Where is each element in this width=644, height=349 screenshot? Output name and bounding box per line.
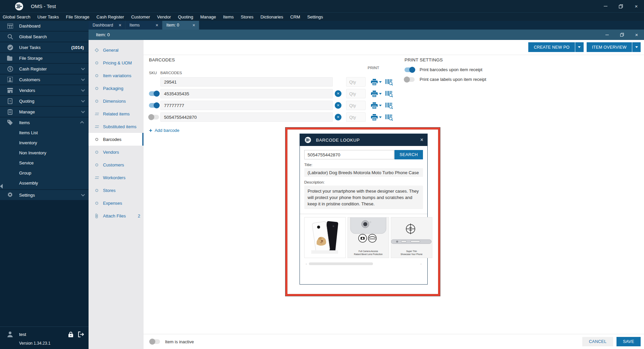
inner-minimize-button[interactable] bbox=[600, 30, 614, 40]
close-icon[interactable]: × bbox=[118, 22, 122, 28]
menu-vendor[interactable]: Vendor bbox=[157, 14, 171, 19]
menu-dictionaries[interactable]: Dictionaries bbox=[260, 14, 283, 19]
barcode-search-input[interactable] bbox=[304, 150, 394, 159]
menu-file-storage[interactable]: File Storage bbox=[66, 14, 89, 19]
barcode-lookup-icon[interactable] bbox=[385, 114, 393, 121]
close-icon[interactable]: × bbox=[192, 22, 196, 28]
sidebar-item-vendors[interactable]: Vendors bbox=[0, 85, 89, 95]
sidebar-collapse-icon[interactable] bbox=[0, 184, 3, 189]
sidebar-item-assembly[interactable]: Assembly bbox=[0, 178, 89, 188]
logout-icon[interactable] bbox=[78, 332, 84, 337]
item-inactive-toggle[interactable] bbox=[150, 339, 160, 344]
lock-icon[interactable] bbox=[68, 332, 73, 337]
create-new-po-button[interactable]: CREATE NEW PO bbox=[528, 42, 575, 52]
menu-crm[interactable]: CRM bbox=[290, 14, 300, 19]
sidebar-item-inventory[interactable]: Inventory bbox=[0, 138, 89, 148]
sidebar-item-group[interactable]: Group bbox=[0, 168, 89, 178]
window-minimize-button[interactable] bbox=[598, 0, 613, 12]
sidebar-item-global-search[interactable]: Global Search bbox=[0, 32, 89, 42]
tab-item-0[interactable]: Item: 0 × bbox=[162, 21, 199, 30]
item-nav-stores[interactable]: Stores bbox=[89, 184, 144, 197]
qty-input[interactable] bbox=[346, 77, 366, 87]
product-image-super-thin[interactable]: Super Thin Showcase Your Phone bbox=[391, 217, 432, 258]
sidebar-item-quoting[interactable]: ? Quoting bbox=[0, 96, 89, 106]
print-case-labels-toggle[interactable] bbox=[405, 77, 415, 82]
scroll-right-icon[interactable]: › bbox=[419, 262, 423, 265]
sidebar-item-non-inventory[interactable]: Non Inventory bbox=[0, 148, 89, 158]
remove-barcode-icon[interactable]: × bbox=[335, 90, 341, 97]
barcode-enabled-toggle[interactable] bbox=[149, 103, 159, 108]
qty-input[interactable] bbox=[346, 112, 366, 122]
menu-quoting[interactable]: Quoting bbox=[178, 14, 193, 19]
tab-dashboard[interactable]: Dashboard × bbox=[89, 21, 125, 30]
item-nav-customers[interactable]: Customers bbox=[89, 158, 144, 171]
barcode-lookup-icon[interactable] bbox=[385, 102, 393, 109]
sidebar-item-manage[interactable]: Manage bbox=[0, 107, 89, 117]
sku-input[interactable] bbox=[160, 77, 333, 87]
sidebar-item-dashboard[interactable]: Dashboard bbox=[0, 21, 89, 31]
barcode-input[interactable] bbox=[160, 101, 333, 110]
item-nav-packaging[interactable]: Packaging bbox=[89, 82, 144, 95]
menu-customer[interactable]: Customer bbox=[131, 14, 150, 19]
item-overview-button[interactable]: ITEM OVERVIEW bbox=[587, 42, 632, 52]
inner-close-button[interactable]: × bbox=[629, 30, 644, 40]
window-close-button[interactable]: × bbox=[629, 0, 644, 12]
barcode-input[interactable] bbox=[160, 112, 333, 122]
item-nav-general[interactable]: General bbox=[89, 44, 144, 56]
barcode-enabled-toggle[interactable] bbox=[149, 115, 159, 119]
close-icon[interactable]: × bbox=[155, 22, 159, 28]
barcode-lookup-icon[interactable] bbox=[385, 90, 393, 97]
item-nav-related-items[interactable]: Related items bbox=[89, 107, 144, 120]
qty-input[interactable] bbox=[346, 101, 366, 110]
barcode-enabled-toggle[interactable] bbox=[149, 91, 159, 96]
product-image-dog-case[interactable] bbox=[304, 217, 346, 258]
product-image-camera-access[interactable]: Full Camera Access Raised Bevel Lens Pro… bbox=[347, 217, 389, 258]
barcode-lookup-icon[interactable] bbox=[385, 79, 393, 86]
close-icon[interactable]: × bbox=[420, 137, 423, 143]
item-nav-expenses[interactable]: Expenses bbox=[89, 197, 144, 209]
scrollbar-thumb[interactable] bbox=[309, 262, 373, 265]
item-nav-pricing-uom[interactable]: Pricing & UOM bbox=[89, 56, 144, 69]
create-new-po-dropdown[interactable] bbox=[575, 42, 584, 52]
sidebar-item-cash-register[interactable]: $ Cash Register bbox=[0, 64, 89, 74]
scroll-left-icon[interactable]: ‹ bbox=[304, 262, 308, 265]
sidebar-item-settings[interactable]: Settings bbox=[0, 190, 89, 200]
cancel-button[interactable]: CANCEL bbox=[582, 337, 613, 346]
remove-barcode-icon[interactable]: × bbox=[335, 102, 341, 109]
sidebar-item-items-list[interactable]: Items List bbox=[0, 128, 89, 138]
menu-settings[interactable]: Settings bbox=[307, 14, 323, 19]
menu-items[interactable]: Items bbox=[223, 14, 234, 19]
item-overview-dropdown[interactable] bbox=[632, 42, 641, 52]
inner-restore-button[interactable] bbox=[614, 30, 629, 40]
sidebar-item-user-tasks[interactable]: User Tasks (1014) bbox=[0, 42, 89, 52]
remove-barcode-icon[interactable]: × bbox=[335, 114, 341, 120]
print-barcode-button[interactable] bbox=[371, 102, 382, 109]
sidebar-item-customers[interactable]: Customers bbox=[0, 74, 89, 85]
menu-manage[interactable]: Manage bbox=[200, 14, 216, 19]
save-button[interactable]: SAVE bbox=[616, 337, 641, 346]
print-barcode-button[interactable] bbox=[371, 79, 382, 85]
menu-cash-register[interactable]: Cash Register bbox=[97, 14, 124, 19]
search-button[interactable]: SEARCH bbox=[394, 150, 423, 159]
print-barcode-button[interactable] bbox=[371, 91, 382, 97]
print-barcodes-toggle[interactable] bbox=[405, 67, 415, 72]
item-nav-dimensions[interactable]: Dimensions bbox=[89, 95, 144, 107]
item-nav-substituted-items[interactable]: Substituted items bbox=[89, 120, 144, 133]
qty-input[interactable] bbox=[346, 89, 366, 98]
tab-items[interactable]: Items × bbox=[125, 21, 162, 30]
item-nav-barcodes[interactable]: Barcodes bbox=[89, 133, 144, 146]
barcode-input[interactable] bbox=[160, 89, 333, 98]
menu-user-tasks[interactable]: User Tasks bbox=[37, 14, 59, 19]
print-barcode-button[interactable] bbox=[371, 114, 382, 120]
item-nav-workorders[interactable]: Workorders bbox=[89, 171, 144, 184]
item-nav-attach-files[interactable]: Attach Files2 bbox=[89, 209, 144, 222]
menu-stores[interactable]: Stores bbox=[241, 14, 254, 19]
image-scrollbar[interactable]: ‹ › bbox=[304, 262, 423, 265]
menu-global-search[interactable]: Global Search bbox=[3, 14, 30, 19]
sidebar-item-service[interactable]: Service bbox=[0, 158, 89, 168]
sidebar-item-file-storage[interactable]: File Storage bbox=[0, 53, 89, 63]
window-restore-button[interactable] bbox=[613, 0, 629, 12]
item-nav-vendors[interactable]: Vendors bbox=[89, 146, 144, 158]
sidebar-item-items[interactable]: Items bbox=[0, 117, 89, 128]
item-nav-item-variations[interactable]: Item variations bbox=[89, 69, 144, 82]
